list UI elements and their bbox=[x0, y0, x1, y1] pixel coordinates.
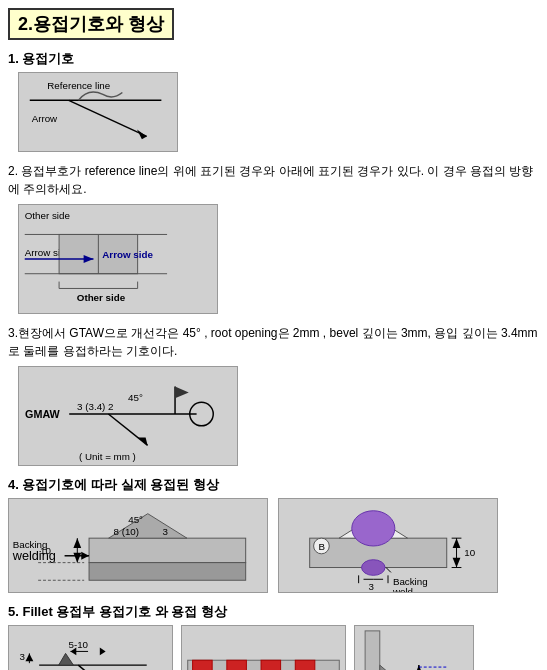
svg-rect-34 bbox=[89, 538, 246, 562]
svg-point-50 bbox=[352, 511, 395, 546]
svg-marker-25 bbox=[138, 438, 148, 446]
svg-marker-3 bbox=[137, 130, 147, 140]
svg-rect-87 bbox=[295, 660, 315, 670]
fillet-cross-diagram: 3 bbox=[354, 625, 474, 670]
fillet-symbol-diagram: 3 5-10 Height Size Pitch bbox=[8, 625, 173, 670]
svg-marker-31 bbox=[175, 387, 189, 399]
svg-text:10: 10 bbox=[464, 547, 475, 558]
section5-label: 5. Fillet 용접부 용접기호 와 용접 형상 bbox=[8, 603, 539, 621]
svg-line-2 bbox=[69, 100, 147, 136]
svg-text:weld: weld bbox=[392, 586, 413, 592]
svg-marker-57 bbox=[453, 538, 461, 548]
svg-marker-75 bbox=[25, 653, 33, 661]
svg-marker-43 bbox=[73, 538, 81, 548]
svg-rect-108 bbox=[365, 631, 380, 670]
svg-marker-71 bbox=[59, 653, 74, 665]
svg-rect-84 bbox=[193, 660, 213, 670]
svg-marker-44 bbox=[73, 553, 81, 563]
section4-label: 4. 용접기호에 따라 실제 용접된 형상 bbox=[8, 476, 539, 494]
svg-marker-78 bbox=[100, 648, 106, 656]
svg-text:GMAW: GMAW bbox=[25, 408, 61, 420]
svg-text:3: 3 bbox=[20, 651, 25, 662]
svg-text:Arrow: Arrow bbox=[32, 113, 58, 124]
svg-text:B: B bbox=[318, 541, 325, 552]
svg-text:8 (10): 8 (10) bbox=[114, 526, 140, 537]
arrow-diagram: Other side Arrow side Arrow side Other s… bbox=[18, 204, 218, 314]
section2-description: 2. 용접부호가 reference line의 위에 표기된 경우와 아래에 … bbox=[8, 162, 539, 198]
svg-text:45°: 45° bbox=[128, 392, 143, 403]
backing-weld-diagram: Backing welding 8 (10) 3 45° 10 bbox=[8, 498, 268, 593]
svg-text:45°: 45° bbox=[128, 514, 143, 525]
page-title: 2.용접기호와 형상 bbox=[8, 8, 174, 40]
fillet-shape-diagram: 5 5 5 5 5 bbox=[181, 625, 346, 670]
svg-marker-38 bbox=[81, 552, 89, 560]
svg-text:( Unit = mm ): ( Unit = mm ) bbox=[79, 451, 136, 462]
section1-label: 1. 용접기호 bbox=[8, 50, 539, 68]
svg-rect-86 bbox=[261, 660, 281, 670]
svg-text:Reference line: Reference line bbox=[47, 80, 110, 91]
weld-symbol-diagram: Reference line Arrow bbox=[18, 72, 178, 152]
svg-text:3: 3 bbox=[368, 581, 373, 592]
svg-marker-58 bbox=[453, 558, 461, 568]
svg-text:3: 3 bbox=[162, 526, 167, 537]
svg-rect-36 bbox=[89, 563, 246, 581]
svg-text:5-10: 5-10 bbox=[69, 639, 89, 650]
bead-diagram: B 10 3 Backing weld bbox=[278, 498, 498, 593]
svg-rect-85 bbox=[227, 660, 247, 670]
svg-marker-110 bbox=[380, 665, 414, 670]
gmaw-diagram: GMAW 45° 3 (3.4) 2 ( Unit = mm ) bbox=[18, 366, 238, 466]
svg-text:3 (3.4)  2: 3 (3.4) 2 bbox=[77, 401, 113, 412]
svg-line-67 bbox=[386, 568, 391, 573]
svg-point-51 bbox=[362, 560, 385, 576]
svg-text:Arrow side: Arrow side bbox=[102, 249, 153, 260]
svg-text:Other side: Other side bbox=[25, 210, 71, 221]
svg-text:Other side: Other side bbox=[77, 292, 126, 303]
section3-description: 3.현장에서 GTAW으로 개선각은 45° , root opening은 2… bbox=[8, 324, 539, 360]
svg-text:10: 10 bbox=[40, 545, 51, 556]
